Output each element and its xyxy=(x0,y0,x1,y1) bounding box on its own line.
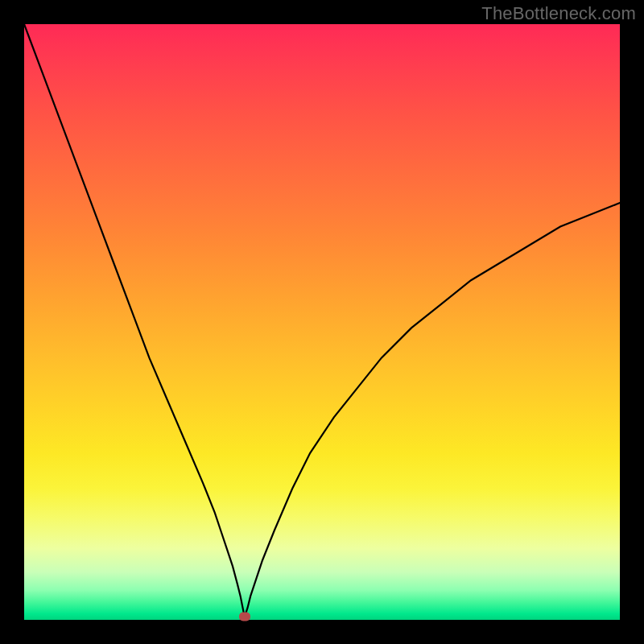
plot-area xyxy=(24,24,620,620)
bottleneck-curve xyxy=(24,24,620,620)
chart-frame: TheBottleneck.com xyxy=(0,0,644,644)
curve-left-branch xyxy=(24,24,245,617)
optimal-point-marker xyxy=(239,613,250,621)
curve-right-branch xyxy=(245,203,620,617)
watermark-text: TheBottleneck.com xyxy=(481,3,636,24)
